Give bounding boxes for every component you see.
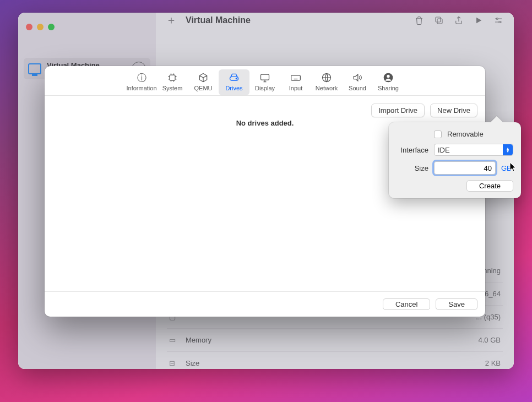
svg-point-13 bbox=[387, 75, 389, 78]
import-drive-button[interactable]: Import Drive bbox=[371, 104, 425, 117]
svg-point-5 bbox=[499, 21, 501, 23]
add-button[interactable]: ＋ bbox=[166, 13, 177, 28]
settings-tabbar: ⓘ Information System QEMU Drives Displ bbox=[45, 66, 485, 96]
detail-value: 2 KB bbox=[485, 359, 501, 367]
tab-network[interactable]: Network bbox=[311, 69, 342, 95]
tab-input[interactable]: Input bbox=[280, 69, 311, 95]
size-label: Size bbox=[397, 164, 428, 172]
chevron-up-down-icon: ▴▾ bbox=[503, 144, 513, 155]
duplicate-icon[interactable] bbox=[433, 15, 444, 26]
svg-rect-2 bbox=[436, 17, 441, 22]
close-window-button[interactable] bbox=[26, 24, 32, 30]
memory-icon: ▭ bbox=[169, 336, 178, 344]
person-icon bbox=[383, 72, 394, 84]
size-input[interactable] bbox=[434, 161, 496, 175]
removable-label: Removable bbox=[447, 130, 484, 138]
save-button[interactable]: Save bbox=[436, 298, 477, 310]
interface-label: Interface bbox=[397, 146, 428, 154]
detail-label: Size bbox=[186, 359, 199, 367]
window-title: Virtual Machine bbox=[186, 15, 251, 25]
new-drive-popover: Removable Interface IDE ▴▾ Size GB Creat… bbox=[389, 122, 521, 198]
run-icon[interactable] bbox=[473, 15, 484, 26]
new-drive-button[interactable]: New Drive bbox=[430, 104, 477, 117]
tab-sound[interactable]: Sound bbox=[342, 69, 373, 95]
window-controls bbox=[18, 13, 156, 41]
svg-point-4 bbox=[496, 18, 498, 19]
tab-drives[interactable]: Drives bbox=[219, 69, 249, 95]
tab-information[interactable]: ⓘ Information bbox=[126, 69, 157, 95]
cube-icon bbox=[198, 72, 209, 84]
interface-select[interactable]: IDE ▴▾ bbox=[434, 144, 513, 156]
keyboard-icon bbox=[290, 72, 302, 84]
svg-rect-1 bbox=[437, 19, 442, 24]
speaker-icon bbox=[352, 72, 363, 84]
detail-row: ⊟ Size 2 KB bbox=[167, 351, 503, 369]
tab-system[interactable]: System bbox=[157, 69, 188, 95]
svg-point-8 bbox=[236, 78, 237, 79]
tab-qemu[interactable]: QEMU bbox=[188, 69, 219, 95]
toolbar: ＋ Virtual Machine bbox=[156, 13, 514, 28]
disk-icon: ⊟ bbox=[169, 359, 178, 367]
detail-row: ▭ Memory 4.0 GB bbox=[167, 328, 503, 351]
interface-value: IDE bbox=[438, 146, 450, 154]
settings-sliders-icon[interactable] bbox=[493, 15, 504, 26]
globe-icon bbox=[321, 72, 332, 84]
mouse-cursor bbox=[509, 162, 517, 172]
removable-checkbox[interactable] bbox=[434, 131, 442, 138]
zoom-window-button[interactable] bbox=[48, 24, 55, 30]
detail-label: Memory bbox=[186, 336, 211, 344]
tab-display[interactable]: Display bbox=[249, 69, 280, 95]
detail-value: 4.0 GB bbox=[479, 336, 501, 344]
share-icon[interactable] bbox=[453, 15, 464, 26]
svg-rect-10 bbox=[291, 75, 301, 80]
tab-sharing[interactable]: Sharing bbox=[373, 69, 404, 95]
cancel-button[interactable]: Cancel bbox=[383, 298, 430, 310]
svg-rect-9 bbox=[261, 74, 269, 80]
sheet-footer: Cancel Save bbox=[45, 291, 485, 317]
info-icon: ⓘ bbox=[137, 72, 146, 84]
chip-icon bbox=[167, 72, 178, 84]
drive-icon bbox=[229, 72, 240, 84]
monitor-icon bbox=[28, 63, 41, 74]
display-icon bbox=[259, 72, 270, 84]
svg-rect-6 bbox=[170, 75, 175, 80]
trash-icon[interactable] bbox=[414, 15, 425, 26]
create-button[interactable]: Create bbox=[466, 180, 513, 192]
svg-marker-3 bbox=[476, 17, 481, 23]
minimize-window-button[interactable] bbox=[37, 24, 44, 30]
